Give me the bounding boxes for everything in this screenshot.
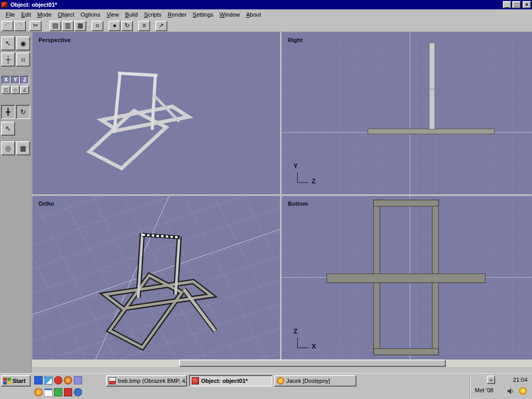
quicklaunch-winamp-icon[interactable] <box>34 388 43 396</box>
application-window: Object: object01* _ □ × File Edit Mode O… <box>0 0 532 399</box>
menu-scripts[interactable]: Scripts <box>141 10 165 20</box>
menu-edit[interactable]: Edit <box>18 10 34 20</box>
image-viewer-icon <box>109 377 116 384</box>
viewport-label: Perspective <box>38 37 71 43</box>
viewport-ortho[interactable]: Ortho <box>32 196 280 360</box>
titlebar: Object: object01* _ □ × <box>0 0 532 9</box>
gadu-gadu-icon <box>277 377 284 384</box>
scrollbar-thumb[interactable] <box>179 360 446 367</box>
quicklaunch-messenger-icon[interactable] <box>74 376 82 384</box>
paste-button[interactable]: ▥ <box>62 21 74 31</box>
axis-tool-button[interactable]: ┼ <box>1 52 15 66</box>
visibility-tool-button[interactable]: ◉ <box>16 36 30 50</box>
axis-lines-icon <box>297 172 309 183</box>
anim8or-task-icon <box>192 377 199 384</box>
corner-select-button[interactable]: ⇖ <box>1 122 15 136</box>
menu-options[interactable]: Options <box>77 10 103 20</box>
quicklaunch-chat-icon[interactable] <box>74 388 82 396</box>
task-button-treb-bmp[interactable]: treb.bmp (Obrazek BMP, 4... <box>106 375 187 387</box>
menu-object[interactable]: Object <box>55 10 77 20</box>
quicklaunch-firefox-icon[interactable] <box>64 376 72 384</box>
viewport-label: Ortho <box>38 201 54 207</box>
redo-button[interactable]: ↷ <box>14 21 26 31</box>
start-label: Start <box>12 378 25 384</box>
menu-build[interactable]: Build <box>122 10 141 20</box>
move-tool-button[interactable]: ╋ <box>1 105 15 119</box>
select-tool-button[interactable]: ↖ <box>1 36 15 50</box>
task-label: Object: object01* <box>201 378 248 384</box>
window-title: Object: object01* <box>9 2 502 8</box>
axis-side-label: Z <box>312 178 315 185</box>
axis-indicator: Z X <box>292 329 321 353</box>
axis-indicator: Y Z <box>292 164 321 188</box>
menu-about[interactable]: About <box>243 10 264 20</box>
tray-overflow-chevron[interactable]: » <box>487 376 495 384</box>
grid-tool-button[interactable]: ▦ <box>16 141 30 155</box>
tray-indicator[interactable]: Met '08 <box>475 387 494 393</box>
close-button[interactable]: × <box>523 1 531 8</box>
horizontal-scrollbar[interactable] <box>32 360 532 367</box>
quicklaunch-row-2 <box>34 388 82 396</box>
volume-icon[interactable] <box>507 388 514 394</box>
rotate-view-button[interactable]: ↻ <box>121 21 133 31</box>
tray-clock[interactable]: 21:04 <box>513 377 527 383</box>
angle-snap-button[interactable]: ∠ <box>20 86 29 94</box>
point-edit-button[interactable]: ⠶ <box>91 21 103 31</box>
duplicate-button[interactable]: ▦ <box>74 21 86 31</box>
menubar: File Edit Mode Object Options View Build… <box>0 9 532 20</box>
points-tool-button[interactable]: ⠶ <box>16 52 30 66</box>
axis-up-label: Y <box>294 163 298 170</box>
task-button-jacek[interactable]: Jacek [Dostępny] <box>274 375 356 387</box>
quicklaunch-opera-icon[interactable] <box>54 376 62 384</box>
axis-lines-icon <box>297 338 309 348</box>
start-button[interactable]: Start <box>1 375 31 387</box>
task-label: Jacek [Dostępny] <box>286 378 330 384</box>
z-axis-toggle[interactable]: Z <box>20 76 29 84</box>
ortho-canvas <box>32 196 280 360</box>
align-button[interactable]: ≡ <box>138 21 150 31</box>
toolbar: ↶ ↷ ✂ ▤ ▥ ▦ ⠶ ● ↻ ≡ ↗ <box>0 20 532 32</box>
undo-button[interactable]: ↶ <box>2 21 14 31</box>
app-icon <box>1 2 8 8</box>
copy-button[interactable]: ▤ <box>49 21 61 31</box>
perspective-canvas <box>32 32 280 194</box>
taskbar: Start treb.bmp (Obrazek BMP, 4... Object… <box>0 373 532 399</box>
menu-render[interactable]: Render <box>165 10 190 20</box>
graph-button[interactable]: ↗ <box>155 21 167 31</box>
quicklaunch-notepad-icon[interactable] <box>44 388 52 396</box>
menu-mode[interactable]: Mode <box>34 10 55 20</box>
axis-up-label: Z <box>294 328 297 335</box>
quicklaunch-mail-icon[interactable] <box>64 388 72 396</box>
cylinder-tool-button[interactable]: ◎ <box>1 141 15 155</box>
sphere-button[interactable]: ● <box>109 21 121 31</box>
cut-button[interactable]: ✂ <box>30 21 42 31</box>
menu-window[interactable]: Window <box>217 10 243 20</box>
tool-palette: ↖ ◉ ┼ ⠶ X Y Z ◰ ◇ ∠ ╋ ↻ ⇖ ◎ ▦ <box>0 32 32 373</box>
quicklaunch-media-player-icon[interactable] <box>34 376 43 384</box>
menu-file[interactable]: File <box>3 10 18 20</box>
axis-side-label: X <box>312 343 316 350</box>
quicklaunch-browser-icon[interactable] <box>44 376 52 384</box>
windows-flag-icon <box>3 378 11 384</box>
minimize-button[interactable]: _ <box>503 1 511 8</box>
quicklaunch-row-1 <box>34 376 82 384</box>
viewport-perspective[interactable]: Perspective <box>32 32 280 194</box>
nonuniform-scale-button[interactable]: ◇ <box>11 86 20 94</box>
menu-view[interactable]: View <box>103 10 122 20</box>
rotate-tool-button[interactable]: ↻ <box>16 105 30 119</box>
task-label: treb.bmp (Obrazek BMP, 4... <box>118 378 187 384</box>
viewport-label: Bottom <box>288 201 308 207</box>
y-axis-toggle[interactable]: Y <box>11 76 20 84</box>
uniform-scale-button[interactable]: ◰ <box>2 86 10 94</box>
menu-settings[interactable]: Settings <box>190 10 217 20</box>
viewport-label: Right <box>288 37 302 43</box>
viewport-right[interactable]: Right Y Z <box>282 32 532 194</box>
task-button-object01[interactable]: Object: object01* <box>189 375 272 387</box>
viewport-bottom[interactable]: Bottom Z X <box>282 196 532 360</box>
sun-icon[interactable] <box>519 387 527 395</box>
quicklaunch-antivirus-icon[interactable] <box>54 388 62 396</box>
maximize-button[interactable]: □ <box>512 1 521 8</box>
system-tray: » 21:04 Met '08 <box>470 375 531 398</box>
x-axis-toggle[interactable]: X <box>2 76 10 84</box>
viewport-area: Perspective Right Y <box>32 32 532 367</box>
